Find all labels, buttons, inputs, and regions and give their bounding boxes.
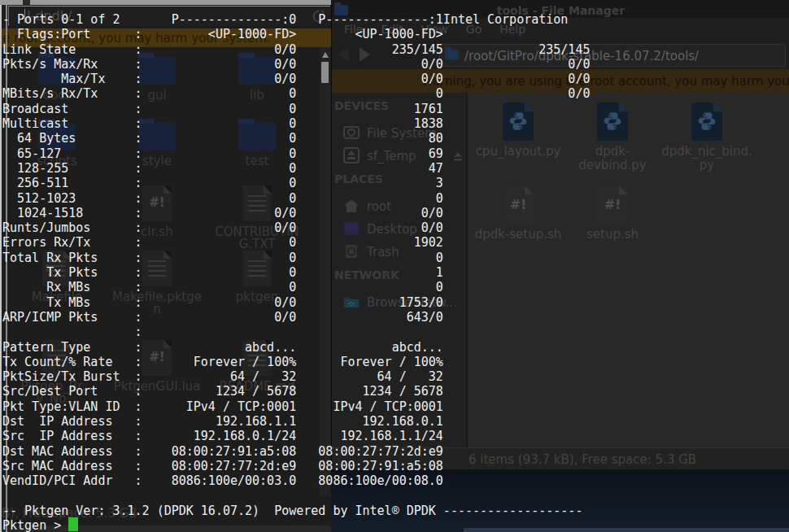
- file-item[interactable]: dppmo: [759, 102, 789, 172]
- shell-script-icon: #!: [142, 185, 172, 221]
- path-folder-icon: [445, 50, 459, 59]
- list-item[interactable]: pktgen: [208, 251, 306, 303]
- left-fm-scrollbar[interactable]: [320, 47, 330, 496]
- file-label: test: [208, 155, 306, 168]
- list-item[interactable]: docs: [8, 50, 106, 102]
- file-item[interactable]: dpdk_nic_bind.py: [661, 102, 752, 172]
- file-label: dppmo: [759, 145, 789, 172]
- list-item[interactable]: lib: [208, 50, 306, 102]
- status-bar: 6 items (93.7 kB), Free space: 5.3 GB: [332, 447, 789, 469]
- file-label: gui: [108, 89, 206, 102]
- window-title: tools - File Manager: [332, 4, 789, 17]
- python-file-icon: [597, 102, 628, 141]
- sidebar-item-root[interactable]: root: [332, 195, 466, 218]
- refresh-icon[interactable]: [312, 9, 326, 24]
- list-item[interactable]: Pktgen_Br...y_No...: [8, 340, 106, 405]
- menu-item-go[interactable]: Go: [457, 23, 490, 36]
- file-label: docs: [8, 89, 106, 102]
- file-label: lib: [208, 89, 306, 102]
- home-icon: [342, 197, 360, 215]
- list-item[interactable]: gui: [108, 50, 206, 102]
- sidebar-item-desktop[interactable]: Desktop: [332, 218, 466, 241]
- menu-item-view[interactable]: View: [412, 23, 457, 36]
- sidebar-item-label: root: [367, 199, 391, 214]
- sidebar-item-browse-netw-[interactable]: Browse Netw...: [332, 291, 466, 314]
- gear-icon: [46, 259, 63, 277]
- volume-icon: [342, 146, 360, 164]
- menu-item-help[interactable]: Help: [490, 23, 534, 36]
- file-list-area[interactable]: cpu_layout.pydpdk-devbind.pydpdk_nic_bin…: [468, 93, 789, 447]
- eject-icon[interactable]: [452, 150, 464, 161]
- text-file-icon: [42, 251, 72, 286]
- text-file-icon: [242, 340, 272, 376]
- path-text: /root/GitPro/dpdk-stable-16.07.2/tools/: [464, 49, 699, 63]
- left-fm-bottom-edge: [0, 525, 331, 532]
- sidebar-header-devices: DEVICES: [334, 99, 389, 112]
- sidebar-item-label: sf_Temp: [367, 149, 416, 164]
- desktop-background: [331, 469, 789, 532]
- menu-bar: FileEditViewGoHelp: [332, 18, 789, 41]
- text-file-icon: [242, 185, 272, 221]
- python-file-icon: [503, 102, 534, 141]
- title-bar[interactable]: tools - File Manager: [332, 0, 789, 18]
- text-file-icon: [42, 340, 72, 376]
- shell-script-icon: #!: [142, 340, 172, 376]
- shell-script-icon: #!: [503, 185, 534, 224]
- warning-bar: Warning, you are using the root account,…: [332, 70, 789, 93]
- tools-file-manager-window: tools - File Manager FileEditViewGoHelp …: [331, 0, 789, 469]
- list-item[interactable]: style: [108, 116, 206, 168]
- file-label: setup.sh: [567, 228, 658, 242]
- folder-icon: [38, 57, 76, 85]
- forward-arrow-icon[interactable]: [360, 47, 370, 62]
- terminal-left-border: [0, 5, 2, 532]
- drive-icon: [342, 124, 360, 142]
- left-fm-scrollbar-thumb[interactable]: [321, 62, 329, 83]
- file-label: README.md: [208, 381, 306, 393]
- sidebar-item-trash[interactable]: Trash: [332, 241, 466, 264]
- file-item[interactable]: #!setup.sh: [567, 185, 658, 242]
- folder-icon: [238, 123, 276, 150]
- left-fm-path-cursor: [24, 9, 25, 23]
- list-item[interactable]: #!PktgenGUI.lua: [108, 340, 206, 393]
- sidebar-header-places: PLACES: [334, 172, 383, 185]
- sidebar-item-sf-temp[interactable]: sf_Temp: [332, 145, 466, 168]
- text-file-icon: [142, 251, 172, 286]
- file-item[interactable]: #!dpdk-setup.sh: [473, 185, 564, 242]
- terminal-left-border-inner[interactable]: [6, 5, 7, 532]
- desktop-icon: [342, 220, 360, 238]
- left-file-manager-window: l-dpdk/ Warning, you are using the root …: [0, 0, 331, 532]
- file-item[interactable]: dpdk-devbind.py: [567, 102, 658, 172]
- back-arrow-icon[interactable]: [338, 47, 349, 62]
- list-item[interactable]: scripts: [8, 116, 106, 168]
- text-file-icon: [242, 251, 272, 286]
- toolbar: /root/GitPro/dpdk-stable-16.07.2/tools/: [332, 41, 789, 69]
- file-label: dpdk-setup.sh: [473, 228, 564, 242]
- left-fm-warning-text: Warning, you are using the root account,…: [0, 31, 271, 46]
- list-item[interactable]: README.md: [208, 340, 306, 393]
- list-item[interactable]: Makefile.pktgen: [108, 251, 206, 316]
- file-label: PktgenGUI.lua: [108, 381, 206, 393]
- file-label: Pktgen_Br...y_No...: [8, 381, 106, 405]
- file-label: Makefile.pktgen: [108, 291, 206, 316]
- file-label: scripts: [8, 155, 106, 168]
- sidebar-item-label: Browse Netw...: [367, 295, 457, 310]
- folder-icon: [138, 57, 176, 85]
- folder-icon: [238, 57, 276, 85]
- sidebar-item-label: Trash: [367, 245, 399, 259]
- shebang-glyph: #!: [597, 197, 628, 212]
- list-item[interactable]: #!clr.sh: [108, 185, 206, 238]
- menu-item-edit[interactable]: Edit: [372, 23, 412, 36]
- file-item[interactable]: cpu_layout.py: [473, 102, 564, 159]
- menu-item-file[interactable]: File: [335, 23, 372, 36]
- scroll-up-arrow-icon[interactable]: [322, 52, 329, 58]
- list-item[interactable]: Makefile: [8, 251, 106, 303]
- file-label: Makefile: [8, 291, 106, 303]
- list-item[interactable]: test: [208, 116, 306, 168]
- folder-icon: [138, 123, 176, 150]
- shebang-glyph: #!: [142, 195, 172, 210]
- sidebar-item-file-system[interactable]: File System: [332, 122, 466, 145]
- sidebar: DEVICESFile Systemsf_TempPLACESrootDeskt…: [332, 93, 466, 447]
- list-item[interactable]: CONTRIBUTING.TXT: [208, 185, 306, 251]
- left-fm-titlebar-notch: [23, 0, 30, 5]
- file-label: clr.sh: [108, 226, 206, 238]
